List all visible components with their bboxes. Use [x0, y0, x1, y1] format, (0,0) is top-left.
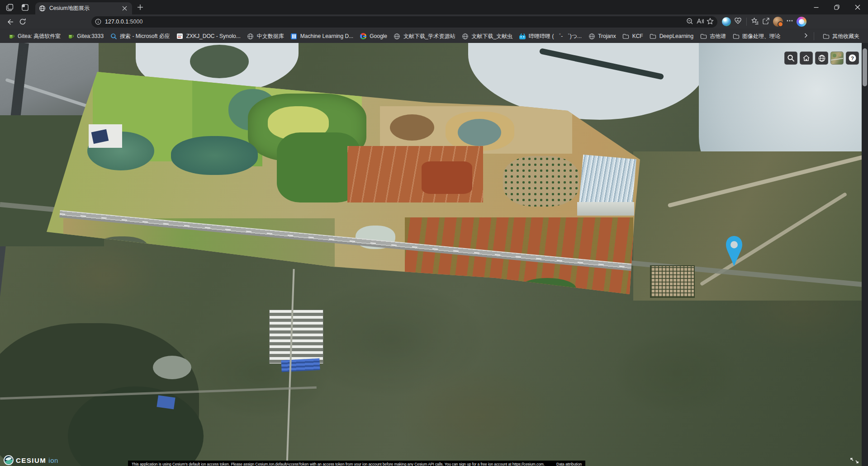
bookmark-item[interactable]: Gitea: 高德软件室	[5, 31, 64, 42]
help-button[interactable]: ?	[846, 52, 859, 65]
pin-body	[726, 236, 742, 266]
url-port: :5000	[128, 19, 142, 25]
browser-tab[interactable]: Cesium地图展示	[35, 2, 132, 14]
fullscreen-button[interactable]	[850, 457, 859, 466]
close-window-button[interactable]	[847, 0, 868, 14]
page-globe-favicon	[39, 5, 46, 12]
bookmark-label: Gitea:3333	[77, 33, 104, 39]
tab-title: Cesium地图展示	[49, 5, 117, 12]
workspaces-icon	[6, 4, 14, 11]
bookmark-folder[interactable]: DeepLearning	[646, 31, 697, 41]
globe-icon	[588, 33, 595, 40]
bookmark-label: ZXKJ_DOC - Synolo...	[186, 33, 241, 39]
bookmark-label: Trojanx	[598, 33, 616, 39]
favorites-icon	[751, 17, 759, 25]
pond-bottom-left	[153, 356, 191, 379]
cesium-logo-icon	[4, 455, 14, 465]
settings-menu-button[interactable]	[786, 17, 793, 26]
folder-icon	[700, 33, 707, 40]
cesium-viewer-canvas[interactable]: ? CESIUM ion This application is using C…	[0, 43, 868, 466]
bookmark-item[interactable]: 文献下载_学术资源站	[390, 31, 459, 42]
gitea-icon	[67, 33, 74, 40]
refresh-icon	[19, 18, 26, 25]
bookmark-item[interactable]: 中文数据库	[244, 31, 287, 42]
teal-pond	[458, 119, 501, 146]
bookmark-item[interactable]: Gitea:3333	[64, 31, 107, 41]
browser-essentials-button[interactable]	[734, 17, 742, 27]
folder-icon	[622, 33, 630, 40]
ellipsis-icon	[786, 17, 793, 24]
bookmarks-divider	[814, 32, 814, 40]
scene-mode-button[interactable]	[815, 52, 828, 65]
bookmark-item[interactable]: 文献下载_文献虫	[459, 31, 516, 42]
map-pin-marker[interactable]	[725, 235, 743, 267]
favorites-button[interactable]	[751, 17, 759, 27]
share-icon	[762, 17, 770, 25]
cesium-ion-logo[interactable]: CESIUM ion	[4, 455, 58, 465]
industrial-yard	[269, 310, 323, 364]
minimize-button[interactable]	[806, 0, 826, 14]
bookmark-label: 文献下载_文献虫	[472, 33, 513, 40]
bookmark-item[interactable]: 哔哩哔哩 ( ゜- ゜)つ...	[516, 31, 585, 42]
bookmark-item[interactable]: ZXKJ_DOC - Synolo...	[173, 31, 244, 41]
workspaces-button[interactable]	[3, 1, 16, 13]
site-info-icon[interactable]	[95, 19, 101, 25]
bookmark-item[interactable]: 搜索 - Microsoft 必应	[107, 31, 173, 42]
home-button[interactable]	[800, 52, 813, 65]
roadside-buildings	[577, 202, 634, 216]
add-favorite-button[interactable]	[707, 18, 714, 26]
profile-status-badge	[778, 21, 783, 27]
hedge-maze-field	[650, 265, 695, 298]
lake-island	[190, 45, 249, 78]
pin-hole	[730, 241, 738, 248]
extension-ball-icon[interactable]	[722, 17, 731, 26]
bookmark-label: Gitea: 高德软件室	[18, 33, 61, 40]
cesium-toolbar: ?	[784, 52, 859, 65]
zoom-out-icon	[686, 18, 693, 25]
bookmark-label: KCF	[632, 33, 643, 39]
profile-avatar[interactable]	[773, 17, 783, 27]
globe-wireframe-icon	[818, 54, 826, 62]
bookmarks-overflow-button[interactable]	[803, 32, 809, 40]
globe-icon	[394, 33, 401, 40]
tab-actions-button[interactable]	[18, 1, 32, 13]
bookmark-label: 搜索 - Microsoft 必应	[120, 33, 170, 40]
data-attribution-link[interactable]: Data attribution	[556, 462, 582, 466]
base-layer-picker-button[interactable]	[830, 52, 844, 65]
scrollbar-thumb[interactable]	[863, 48, 867, 86]
refresh-button[interactable]	[16, 15, 29, 28]
read-aloud-button[interactable]	[696, 18, 704, 26]
bookmark-item[interactable]: Machine Learning D...	[287, 31, 356, 41]
back-button[interactable]	[4, 15, 16, 28]
address-bar[interactable]: 127.0.0.1:5000	[91, 16, 717, 28]
geocoder-search-button[interactable]	[784, 52, 797, 65]
imagery-thumbnail-icon	[831, 52, 843, 64]
browser-toolbar: 127.0.0.1:5000	[0, 14, 868, 29]
star-icon	[707, 18, 714, 25]
restore-icon	[834, 5, 840, 10]
synology-icon	[176, 33, 184, 40]
folder-icon	[822, 33, 830, 40]
toolbar-divider	[746, 18, 747, 26]
orchard-grid	[503, 156, 579, 207]
zoom-indicator-button[interactable]	[686, 18, 693, 26]
copilot-button[interactable]	[797, 17, 806, 27]
bookmark-item[interactable]: Google	[356, 31, 390, 41]
share-button[interactable]	[762, 17, 770, 27]
tab-actions-icon	[21, 4, 29, 11]
cesium-logo-text: CESIUM	[16, 457, 46, 464]
bookmark-folder[interactable]: KCF	[619, 31, 646, 41]
bookmark-label: 其他收藏夹	[832, 33, 859, 40]
tab-close-button[interactable]	[120, 5, 128, 13]
new-tab-button[interactable]	[134, 1, 147, 13]
page-scrollbar[interactable]	[862, 43, 868, 466]
back-arrow-icon	[6, 18, 14, 26]
other-bookmarks-folder[interactable]: 其他收藏夹	[819, 31, 863, 42]
bookmark-folder[interactable]: 吉他谱	[697, 31, 729, 42]
bookmark-folder[interactable]: 图像处理、理论	[729, 31, 783, 42]
bing-search-icon	[110, 33, 117, 40]
cesium-credit-bar: This application is using Cesium's defau…	[128, 461, 585, 466]
bookmark-item[interactable]: Trojanx	[585, 31, 619, 41]
restore-button[interactable]	[826, 0, 847, 14]
ion-logo-text: ion	[48, 457, 58, 464]
